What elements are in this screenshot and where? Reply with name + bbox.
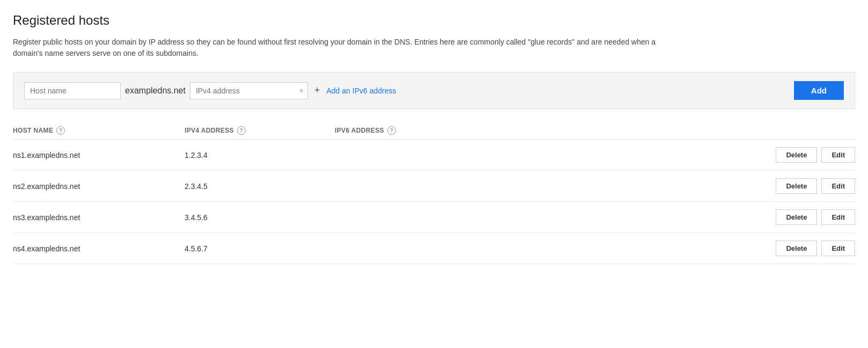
table-body: ns1.exampledns.net 1.2.3.4 Delete Edit n…: [13, 140, 855, 264]
ipv4-help-icon[interactable]: ?: [237, 126, 246, 135]
table-header: HOST NAME ? IPV4 ADDRESS ? IPV6 ADDRESS …: [13, 122, 855, 140]
row-actions: Delete Edit: [485, 147, 855, 163]
cell-ipv4: 2.3.4.5: [185, 182, 335, 191]
delete-button[interactable]: Delete: [776, 209, 817, 225]
col-header-ipv6: IPV6 ADDRESS ?: [335, 126, 485, 135]
col-header-actions: [485, 126, 855, 135]
add-form-bar: exampledns.net × + Add an IPv6 address A…: [13, 72, 855, 109]
table-row: ns3.exampledns.net 3.4.5.6 Delete Edit: [13, 202, 855, 233]
page-description: Register public hosts on your domain by …: [13, 37, 657, 59]
cell-ipv4: 3.4.5.6: [185, 213, 335, 222]
delete-button[interactable]: Delete: [776, 178, 817, 194]
add-ipv6-link[interactable]: Add an IPv6 address: [326, 86, 396, 95]
table-row: ns2.exampledns.net 2.3.4.5 Delete Edit: [13, 171, 855, 202]
delete-button[interactable]: Delete: [776, 241, 817, 256]
cell-ipv4: 4.5.6.7: [185, 244, 335, 253]
edit-button[interactable]: Edit: [821, 147, 855, 163]
edit-button[interactable]: Edit: [821, 178, 855, 194]
hosts-table: HOST NAME ? IPV4 ADDRESS ? IPV6 ADDRESS …: [13, 122, 855, 264]
col-header-hostname: HOST NAME ?: [13, 126, 185, 135]
page-title: Registered hosts: [13, 13, 855, 28]
clear-ipv4-icon[interactable]: ×: [299, 87, 304, 95]
edit-button[interactable]: Edit: [821, 241, 855, 256]
ipv4-input-wrapper: ×: [190, 82, 308, 99]
plus-sign: +: [312, 85, 322, 96]
ipv6-help-icon[interactable]: ?: [387, 126, 396, 135]
cell-hostname: ns2.exampledns.net: [13, 182, 185, 191]
col-header-ipv4: IPV4 ADDRESS ?: [185, 126, 335, 135]
hostname-help-icon[interactable]: ?: [56, 126, 65, 135]
ipv4-input[interactable]: [190, 82, 308, 99]
row-actions: Delete Edit: [485, 209, 855, 225]
cell-hostname: ns1.exampledns.net: [13, 151, 185, 160]
domain-suffix-label: exampledns.net: [125, 86, 186, 96]
table-row: ns4.exampledns.net 4.5.6.7 Delete Edit: [13, 233, 855, 264]
cell-ipv4: 1.2.3.4: [185, 151, 335, 160]
add-button[interactable]: Add: [794, 81, 844, 100]
row-actions: Delete Edit: [485, 178, 855, 194]
delete-button[interactable]: Delete: [776, 147, 817, 163]
host-name-input[interactable]: [24, 82, 121, 99]
table-row: ns1.exampledns.net 1.2.3.4 Delete Edit: [13, 140, 855, 171]
cell-hostname: ns3.exampledns.net: [13, 213, 185, 222]
row-actions: Delete Edit: [485, 241, 855, 256]
edit-button[interactable]: Edit: [821, 209, 855, 225]
cell-hostname: ns4.exampledns.net: [13, 244, 185, 253]
